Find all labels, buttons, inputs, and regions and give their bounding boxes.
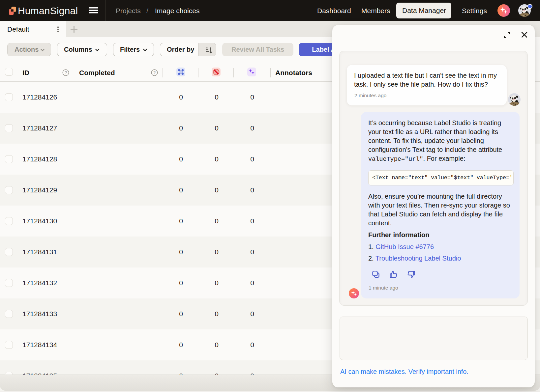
- svg-text:?: ?: [65, 70, 67, 75]
- svg-text:?: ?: [153, 70, 156, 75]
